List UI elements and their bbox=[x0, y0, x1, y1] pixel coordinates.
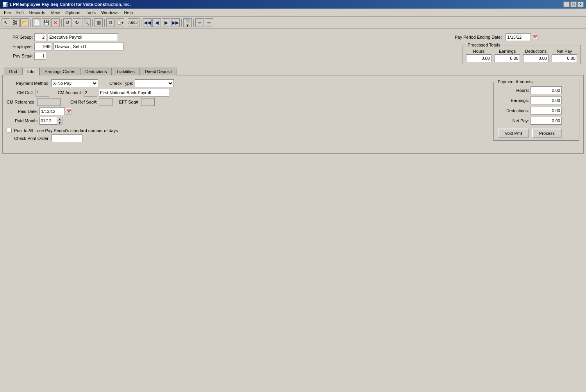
cm-ref-seq-input[interactable] bbox=[99, 98, 113, 106]
sep5 bbox=[126, 19, 126, 27]
delete-button[interactable]: ✕ bbox=[51, 18, 60, 27]
maximize-button[interactable]: □ bbox=[570, 2, 577, 7]
pr-group-name-input[interactable] bbox=[48, 33, 118, 41]
attach-button[interactable]: 📎▾ bbox=[183, 18, 192, 27]
void-pmt-button[interactable]: Void Pmt bbox=[498, 129, 529, 138]
title-bar: 📊 1 PR Employee Pay Seq Control for Vist… bbox=[0, 0, 586, 9]
menu-records[interactable]: Records bbox=[27, 9, 48, 16]
paid-date-input[interactable] bbox=[39, 107, 65, 115]
totals-earnings-col: Earnings bbox=[495, 49, 520, 62]
menu-options[interactable]: Options bbox=[63, 9, 82, 16]
new-button[interactable]: 📄 bbox=[32, 18, 41, 27]
totals-netpay-label: Net Pay bbox=[557, 49, 572, 54]
close-button[interactable]: ✕ bbox=[577, 2, 584, 7]
calc-button[interactable]: ▦ bbox=[94, 18, 103, 27]
paid-month-input[interactable] bbox=[39, 117, 57, 125]
employee-name-input[interactable] bbox=[54, 43, 124, 50]
sep2 bbox=[61, 19, 62, 27]
pa-deductions-input[interactable] bbox=[531, 107, 562, 115]
paid-month-down-button[interactable]: ▼ bbox=[57, 121, 63, 125]
employee-number-input[interactable] bbox=[34, 43, 52, 50]
menu-tools[interactable]: Tools bbox=[83, 9, 98, 16]
totals-netpay-col: Net Pay bbox=[552, 49, 577, 62]
totals-hours-input[interactable] bbox=[466, 54, 491, 62]
pay-seq-input[interactable] bbox=[34, 52, 46, 60]
link-button[interactable]: ⛓ bbox=[11, 18, 20, 27]
post-to-all-label: Post to All - use Pay Period's standard … bbox=[14, 128, 118, 133]
pa-deductions-label: Deductions: bbox=[498, 108, 529, 113]
window-title: 1 PR Employee Pay Seq Control for Vista … bbox=[9, 2, 131, 7]
menu-edit[interactable]: Edit bbox=[14, 9, 26, 16]
post-to-all-row: Post to All - use Pay Period's standard … bbox=[7, 128, 486, 133]
tab-grid[interactable]: Grid bbox=[4, 68, 22, 75]
employee-row: Employee: bbox=[5, 43, 455, 50]
pa-earnings-row: Earnings: bbox=[498, 97, 575, 104]
totals-earnings-input[interactable] bbox=[495, 54, 520, 62]
tab-earnings-codes[interactable]: Earnings Codes bbox=[39, 68, 80, 75]
check-print-row: Check Print Order: bbox=[7, 134, 486, 142]
paid-month-spinner-buttons: ▲ ▼ bbox=[57, 117, 63, 125]
eft-seq-input[interactable] bbox=[141, 98, 155, 106]
window-controls[interactable]: _ □ ✕ bbox=[563, 2, 584, 7]
pa-deductions-row: Deductions: bbox=[498, 107, 575, 115]
sep7 bbox=[181, 19, 182, 27]
tab-deductions[interactable]: Deductions bbox=[80, 68, 112, 75]
save-button[interactable]: 💾 bbox=[42, 18, 50, 27]
main-area: PR Group: Employee: Pay Seq#: Pay Period… bbox=[0, 29, 586, 156]
sep4 bbox=[104, 19, 105, 27]
tab-direct-deposit[interactable]: Direct Deposit bbox=[140, 68, 177, 75]
totals-deductions-input[interactable] bbox=[523, 54, 548, 62]
next-button[interactable]: ▶ bbox=[162, 18, 170, 27]
pay-period-row: Pay Period Ending Date: 📅 bbox=[455, 33, 581, 41]
info-layout: Payment Method: X-No Pay Check EFT Check… bbox=[7, 79, 579, 144]
first-button[interactable]: ◀◀ bbox=[143, 18, 152, 27]
menu-help[interactable]: Help bbox=[122, 9, 136, 16]
menu-windows[interactable]: Windows bbox=[99, 9, 121, 16]
pay-period-label: Pay Period Ending Date: bbox=[455, 35, 502, 39]
menu-view[interactable]: View bbox=[48, 9, 63, 16]
prev-button[interactable]: ◀ bbox=[152, 18, 161, 27]
cm-co-input[interactable] bbox=[36, 89, 49, 97]
pa-earnings-input[interactable] bbox=[531, 97, 562, 104]
paid-month-row: Paid Month: ▲ ▼ bbox=[7, 117, 486, 125]
payment-method-row: Payment Method: X-No Pay Check EFT Check… bbox=[7, 79, 486, 87]
paid-date-calendar-button[interactable]: 📅 bbox=[66, 108, 72, 115]
spellcheck-button[interactable]: ABC✓ bbox=[128, 18, 139, 27]
eft-seq-label: EFT Seq#: bbox=[114, 100, 139, 104]
tab-liabilities[interactable]: Liabilities bbox=[112, 68, 139, 75]
paste-button[interactable]: 📋▾ bbox=[116, 18, 124, 27]
minimize-button[interactable]: _ bbox=[563, 2, 570, 7]
folder-button[interactable]: 📂 bbox=[20, 18, 29, 27]
forward-nav-button[interactable]: ➡ bbox=[205, 18, 213, 27]
menu-file[interactable]: File bbox=[2, 9, 13, 16]
refresh2-button[interactable]: ↻ bbox=[73, 18, 81, 27]
totals-netpay-input[interactable] bbox=[552, 54, 577, 62]
back-nav-button[interactable]: ⬅ bbox=[195, 18, 204, 27]
cm-reference-input[interactable] bbox=[37, 98, 61, 106]
last-button[interactable]: ▶▶ bbox=[171, 18, 180, 27]
check-type-select[interactable] bbox=[135, 79, 174, 87]
pay-period-date-input[interactable] bbox=[506, 33, 531, 41]
tab-info[interactable]: Info bbox=[22, 68, 39, 75]
pay-period-calendar-button[interactable]: 📅 bbox=[532, 34, 538, 40]
paid-month-up-button[interactable]: ▲ bbox=[57, 117, 63, 121]
pa-hours-input[interactable] bbox=[531, 86, 562, 94]
pa-netpay-input[interactable] bbox=[531, 117, 562, 125]
pr-group-number-input[interactable] bbox=[34, 33, 46, 41]
arrow-button[interactable]: ↖ bbox=[2, 18, 10, 27]
cm-account-num-input[interactable] bbox=[84, 89, 97, 97]
process-button[interactable]: Process bbox=[532, 129, 562, 138]
post-to-all-checkbox[interactable] bbox=[7, 128, 12, 133]
payment-method-label: Payment Method: bbox=[7, 81, 50, 86]
check-print-input[interactable] bbox=[51, 134, 82, 142]
cm-reference-label: CM Reference: bbox=[7, 100, 36, 104]
cm-account-name-input[interactable] bbox=[99, 89, 169, 97]
app-icon: 📊 bbox=[2, 2, 8, 7]
copy-button[interactable]: ⧉ bbox=[106, 18, 115, 27]
refresh-button[interactable]: ↺ bbox=[63, 18, 72, 27]
payment-method-select[interactable]: X-No Pay Check EFT bbox=[51, 79, 98, 87]
payment-amounts-box: Payment Amounts Hours: Earnings: Deducti… bbox=[493, 79, 579, 141]
search-button[interactable]: 🔍 bbox=[82, 18, 91, 27]
totals-earnings-label: Earnings bbox=[499, 49, 516, 54]
sep1 bbox=[30, 19, 31, 27]
